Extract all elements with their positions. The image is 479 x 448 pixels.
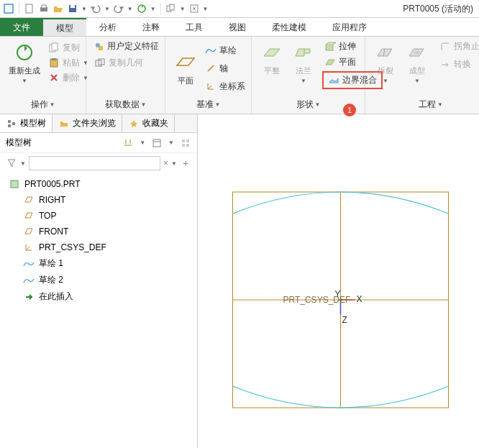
- svg-rect-28: [186, 140, 189, 142]
- callout-marker: 1: [343, 104, 356, 116]
- svg-rect-27: [182, 140, 185, 142]
- save-icon[interactable]: [67, 3, 78, 14]
- udf-button[interactable]: 用户定义特征: [92, 40, 159, 53]
- show-icon[interactable]: [180, 137, 191, 149]
- split-button[interactable]: 拆裂▼: [371, 40, 400, 86]
- sketch-icon: [23, 275, 35, 286]
- paste-button[interactable]: 粘贴▼: [46, 56, 91, 70]
- form-icon: [406, 41, 429, 64]
- tree-item[interactable]: TOP: [0, 208, 197, 224]
- tab-model[interactable]: 模型: [43, 18, 86, 36]
- window-title: PRT0005 (活动的): [209, 3, 476, 15]
- regen-icon[interactable]: [136, 3, 147, 14]
- axis-x-label: X: [357, 294, 362, 304]
- convert-icon: [439, 59, 451, 70]
- split-icon: [374, 41, 397, 64]
- svg-rect-20: [326, 45, 333, 50]
- sidebar-tab-folder[interactable]: 文件夹浏览: [53, 114, 122, 132]
- tree-icon: [6, 118, 17, 129]
- svg-rect-3: [42, 5, 46, 8]
- tab-app[interactable]: 应用程序: [319, 18, 380, 36]
- svg-rect-30: [186, 144, 189, 147]
- sidebar-tab-fav[interactable]: 收藏夹: [122, 114, 175, 132]
- insert-icon: [23, 291, 35, 303]
- svg-rect-14: [52, 58, 56, 60]
- csys-button[interactable]: 坐标系: [203, 80, 247, 93]
- tab-view[interactable]: 视图: [216, 18, 259, 36]
- copygeo-icon: [94, 58, 106, 69]
- tools-icon[interactable]: [122, 137, 134, 149]
- group-operations: 重新生成 ▼ 复制 粘贴▼ 删除▼ 操作▼: [0, 37, 86, 114]
- tree-root[interactable]: PRT0005.PRT: [0, 176, 197, 192]
- content-area: 模型树 文件夹浏览 收藏夹 模型树 ▼ ▼ ▼ ×▼ + PRT0005.PRT…: [0, 114, 479, 448]
- sketch-icon: [23, 258, 35, 270]
- paste-icon: [48, 57, 60, 68]
- canvas[interactable]: X Y Z PRT_CSYS_DEF: [198, 114, 479, 448]
- svg-rect-16: [99, 46, 103, 50]
- funnel-icon[interactable]: [6, 157, 17, 169]
- save-dropdown[interactable]: ▼: [81, 6, 87, 12]
- tree-item[interactable]: 在此插入: [0, 288, 197, 305]
- windows-icon[interactable]: [165, 3, 177, 14]
- app-icon[interactable]: [3, 3, 14, 14]
- part-icon: [9, 178, 20, 190]
- group-engineering: 拆裂▼ 成型▼ 拐角止裂 转换 工程▼: [365, 37, 479, 114]
- udf-icon: [94, 41, 104, 52]
- tab-analysis[interactable]: 分析: [86, 18, 129, 36]
- falan-button[interactable]: 法兰▼: [289, 40, 318, 86]
- clear-filter[interactable]: ×: [163, 158, 168, 168]
- new-icon[interactable]: [24, 3, 35, 14]
- viewport[interactable]: X Y Z PRT_CSYS_DEF: [198, 114, 479, 448]
- tab-file[interactable]: 文件: [0, 18, 43, 36]
- tab-flex[interactable]: 柔性建模: [259, 18, 319, 36]
- sidebar: 模型树 文件夹浏览 收藏夹 模型树 ▼ ▼ ▼ ×▼ + PRT0005.PRT…: [0, 114, 198, 448]
- undo-icon[interactable]: [90, 3, 101, 14]
- falan-icon: [292, 41, 315, 64]
- svg-rect-1: [26, 4, 32, 13]
- boundary-icon: [328, 75, 339, 86]
- plane-icon: [23, 210, 35, 221]
- convert-button[interactable]: 转换: [437, 58, 479, 71]
- filter-input[interactable]: [29, 156, 160, 170]
- sketch-icon: [205, 45, 216, 56]
- group-getdata: 用户定义特征 复制几何 获取数据▼: [86, 37, 165, 114]
- delete-button[interactable]: 删除▼: [46, 71, 91, 85]
- csys-label: PRT_CSYS_DEF: [283, 295, 351, 305]
- sketch-button[interactable]: 草绘: [203, 44, 247, 58]
- svg-rect-8: [170, 4, 174, 10]
- tab-tools[interactable]: 工具: [173, 18, 216, 36]
- tree-item[interactable]: FRONT: [0, 224, 197, 239]
- group-shapes: 平整 法兰▼ 拉伸 平面 边界混合 形状▼ 1: [252, 37, 365, 114]
- ribbon: 重新生成 ▼ 复制 粘贴▼ 删除▼ 操作▼ 用户定义特征 复制几何 获取数据▼ …: [0, 37, 479, 114]
- copygeo-button[interactable]: 复制几何: [92, 56, 159, 70]
- tab-annotate[interactable]: 注释: [129, 18, 173, 36]
- tree-item[interactable]: RIGHT: [0, 192, 197, 208]
- regenerate-icon: [13, 41, 36, 64]
- close-icon[interactable]: [188, 3, 200, 14]
- axis-button[interactable]: 轴: [203, 62, 247, 76]
- corner-icon: [439, 41, 451, 52]
- settings-icon[interactable]: [151, 137, 163, 149]
- print-icon[interactable]: [38, 3, 50, 14]
- plane-button[interactable]: 平面: [171, 50, 200, 88]
- tree-item[interactable]: PRT_CSYS_DEF: [0, 239, 197, 255]
- tree-item[interactable]: 草绘 1: [0, 255, 197, 272]
- svg-rect-12: [52, 43, 58, 50]
- add-icon[interactable]: +: [180, 157, 191, 169]
- copy-button[interactable]: 复制: [46, 41, 91, 55]
- plane-icon: [174, 51, 197, 74]
- sidebar-tab-tree[interactable]: 模型树: [0, 114, 53, 132]
- form-button[interactable]: 成型▼: [403, 40, 432, 86]
- tree-item[interactable]: 草绘 2: [0, 272, 197, 288]
- flat-icon: [260, 41, 283, 64]
- flat-button[interactable]: 平整: [257, 40, 286, 86]
- svg-point-21: [414, 51, 420, 54]
- regenerate-button[interactable]: 重新生成 ▼: [6, 40, 43, 86]
- ribbon-tabs: 文件 模型 分析 注释 工具 视图 柔性建模 应用程序: [0, 18, 479, 37]
- quick-access-toolbar: ▼ ▼ ▼ ▼ ▼ ▼: [3, 3, 209, 14]
- open-icon[interactable]: [53, 3, 64, 14]
- sidebar-tabs: 模型树 文件夹浏览 收藏夹: [0, 114, 197, 133]
- corner-button[interactable]: 拐角止裂: [437, 40, 479, 53]
- plane-icon: [23, 194, 35, 206]
- redo-icon[interactable]: [113, 3, 124, 14]
